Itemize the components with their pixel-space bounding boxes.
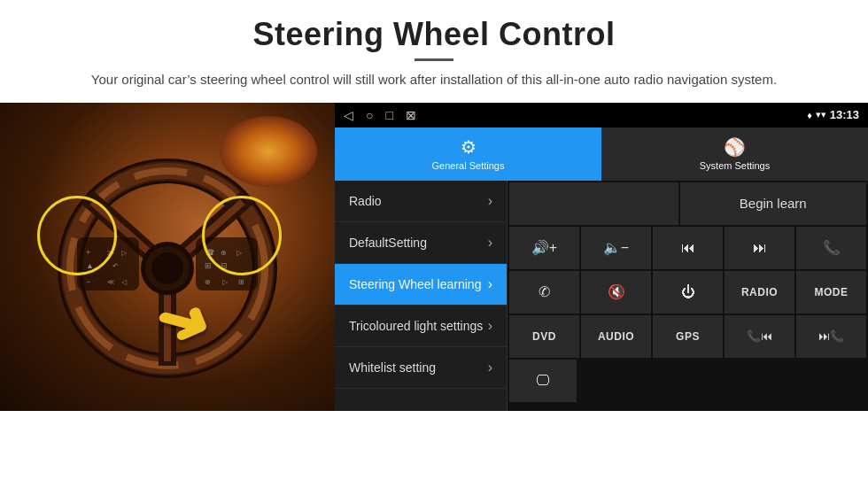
car-image: + ▲ − ≫ ▷ ↶ ≪ ◁ ☎ ⊕ ▷ ⊞ ⊟ ⊕ bbox=[0, 103, 335, 411]
left-menu: Radio › DefaultSetting › Steering Wheel … bbox=[335, 181, 508, 411]
top-controls-row: Begin learn bbox=[509, 182, 866, 225]
status-bar: ◁ ○ □ ⊠ ♦ ▾▾ 13:13 bbox=[335, 103, 868, 128]
svg-text:−: − bbox=[86, 277, 90, 286]
svg-text:▷: ▷ bbox=[121, 249, 128, 257]
clock: 13:13 bbox=[830, 108, 859, 121]
phone-button[interactable]: 📞 bbox=[796, 227, 866, 269]
mode-button[interactable]: MODE bbox=[796, 271, 866, 314]
gps-button[interactable]: GPS bbox=[653, 315, 723, 358]
tab-general-settings[interactable]: ⚙ General Settings bbox=[335, 128, 601, 181]
recents-nav-icon[interactable]: □ bbox=[385, 108, 392, 122]
tab-bar: ⚙ General Settings ⚾ System Settings bbox=[335, 128, 868, 181]
svg-text:↶: ↶ bbox=[112, 262, 119, 270]
menu-nav-icon[interactable]: ⊠ bbox=[406, 108, 416, 122]
page-wrapper: Steering Wheel Control Your original car… bbox=[0, 0, 868, 411]
steering-bg: + ▲ − ≫ ▷ ↶ ≪ ◁ ☎ ⊕ ▷ ⊞ ⊟ ⊕ bbox=[0, 103, 335, 411]
signal-icon: ▾▾ bbox=[816, 109, 826, 120]
menu-tricoloured-arrow: › bbox=[488, 318, 492, 334]
tel-prev-button[interactable]: 📞⏮ bbox=[725, 315, 794, 358]
begin-learn-button[interactable]: Begin learn bbox=[680, 182, 867, 225]
back-nav-icon[interactable]: ◁ bbox=[344, 108, 353, 122]
svg-text:⊞: ⊞ bbox=[205, 261, 212, 270]
tab-general-label: General Settings bbox=[432, 160, 505, 171]
main-content: Radio › DefaultSetting › Steering Wheel … bbox=[335, 181, 868, 411]
svg-text:▷: ▷ bbox=[222, 278, 229, 286]
top-section: Steering Wheel Control Your original car… bbox=[0, 0, 868, 103]
tel-next-button[interactable]: ⏭📞 bbox=[796, 315, 866, 358]
system-settings-icon: ⚾ bbox=[724, 136, 746, 158]
next-track-button[interactable]: ⏭ bbox=[725, 227, 794, 269]
hang-up-button[interactable]: ✆ bbox=[509, 271, 579, 314]
power-button[interactable]: ⏻ bbox=[653, 271, 723, 314]
menu-item-tricoloured[interactable]: Tricoloured light settings › bbox=[335, 306, 507, 347]
menu-item-whitelist[interactable]: Whitelist setting › bbox=[335, 347, 507, 389]
svg-text:⊕: ⊕ bbox=[205, 278, 211, 286]
location-icon: ♦ bbox=[807, 110, 812, 120]
menu-radio-label: Radio bbox=[349, 194, 382, 208]
menu-radio-arrow: › bbox=[488, 193, 492, 209]
menu-item-radio[interactable]: Radio › bbox=[335, 181, 507, 222]
menu-tricoloured-label: Tricoloured light settings bbox=[349, 319, 483, 333]
subtitle: Your original car’s steering wheel contr… bbox=[53, 70, 815, 90]
menu-steering-label: Steering Wheel learning bbox=[349, 277, 481, 291]
svg-text:⊞: ⊞ bbox=[238, 278, 244, 286]
menu-whitelist-label: Whitelist setting bbox=[349, 360, 436, 375]
radio-button[interactable]: RADIO bbox=[725, 271, 794, 314]
empty-input-area bbox=[509, 182, 678, 225]
title-divider bbox=[415, 58, 453, 61]
home-nav-icon[interactable]: ○ bbox=[366, 108, 373, 122]
menu-whitelist-arrow: › bbox=[488, 360, 492, 375]
tab-system-label: System Settings bbox=[700, 160, 770, 171]
menu-item-steering-wheel[interactable]: Steering Wheel learning › bbox=[335, 264, 507, 306]
page-title: Steering Wheel Control bbox=[53, 16, 815, 53]
menu-default-arrow: › bbox=[488, 235, 492, 251]
controls-row-1: 🔊+ 🔈− ⏮ ⏭ 📞 bbox=[509, 227, 866, 269]
nav-icons: ◁ ○ □ ⊠ bbox=[344, 108, 416, 122]
vol-up-button[interactable]: 🔊+ bbox=[509, 227, 579, 269]
svg-text:◁: ◁ bbox=[121, 278, 128, 286]
menu-item-default-setting[interactable]: DefaultSetting › bbox=[335, 222, 507, 264]
general-settings-icon: ⚙ bbox=[461, 136, 477, 158]
controls-row-2: ✆ 🔇 ⏻ RADIO MODE bbox=[509, 271, 866, 314]
controls-row-4: 🖵 bbox=[509, 360, 866, 402]
audio-button[interactable]: AUDIO bbox=[581, 315, 651, 358]
extra-icon-button[interactable]: 🖵 bbox=[509, 360, 577, 402]
status-icons: ♦ ▾▾ 13:13 bbox=[807, 108, 859, 121]
svg-text:≪: ≪ bbox=[107, 278, 114, 286]
controls-row-3: DVD AUDIO GPS 📞⏮ ⏭📞 bbox=[509, 315, 866, 358]
dvd-button[interactable]: DVD bbox=[509, 315, 579, 358]
mute-button[interactable]: 🔇 bbox=[581, 271, 651, 314]
right-highlight-circle bbox=[202, 196, 282, 275]
menu-steering-arrow: › bbox=[488, 276, 492, 292]
prev-track-button[interactable]: ⏮ bbox=[653, 227, 723, 269]
right-panel: Begin learn 🔊+ 🔈− ⏮ ⏭ 📞 ✆ 🔇 ⏻ bbox=[508, 181, 868, 411]
tab-system-settings[interactable]: ⚾ System Settings bbox=[601, 128, 868, 181]
menu-default-label: DefaultSetting bbox=[349, 236, 427, 250]
vol-down-button[interactable]: 🔈− bbox=[581, 227, 651, 269]
left-highlight-circle bbox=[37, 196, 117, 275]
android-ui: ◁ ○ □ ⊠ ♦ ▾▾ 13:13 ⚙ General Settings bbox=[335, 103, 868, 411]
bottom-section: + ▲ − ≫ ▷ ↶ ≪ ◁ ☎ ⊕ ▷ ⊞ ⊟ ⊕ bbox=[0, 103, 868, 411]
